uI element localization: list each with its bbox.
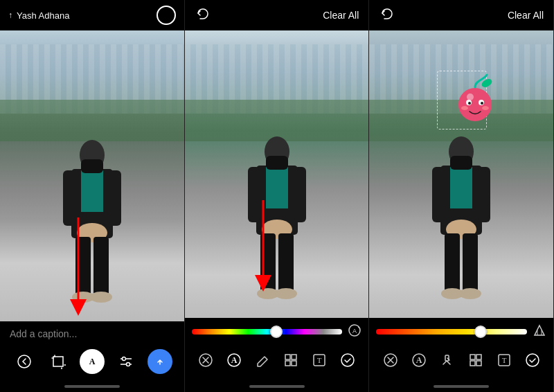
svg-rect-56 (450, 167, 472, 208)
text-button[interactable]: A (80, 349, 105, 374)
panel-3: Clear All (369, 0, 554, 392)
svg-rect-58 (478, 167, 490, 222)
panel1-top-bar: ↑ Yash Adhana (0, 0, 184, 30)
color-slider-row-3 (369, 318, 553, 344)
svg-rect-4 (109, 170, 121, 226)
svg-rect-57 (432, 167, 445, 222)
svg-rect-60 (450, 156, 472, 170)
close-button-3[interactable] (378, 348, 403, 373)
svg-rect-39 (292, 355, 296, 359)
panel-2: Clear All (185, 0, 370, 392)
svg-point-18 (122, 357, 125, 361)
panel2-top-bar: Clear All (185, 0, 369, 30)
eraser-button-2[interactable] (250, 348, 275, 373)
svg-text:A: A (231, 355, 238, 365)
red-arrow-2 (242, 200, 298, 297)
svg-rect-74 (476, 361, 481, 366)
svg-point-12 (18, 355, 30, 368)
caption-placeholder[interactable]: Add a caption... (10, 328, 77, 339)
svg-rect-73 (470, 361, 475, 366)
home-indicator-2 (249, 385, 305, 388)
profile-circle[interactable] (157, 6, 176, 25)
username-text: Yash Adhana (17, 10, 69, 21)
svg-text:T: T (501, 356, 506, 364)
close-button-2[interactable] (193, 348, 218, 373)
svg-point-51 (482, 106, 489, 110)
svg-rect-40 (285, 361, 290, 366)
upload-button[interactable] (148, 349, 172, 374)
svg-rect-38 (285, 355, 290, 359)
svg-rect-62 (463, 233, 478, 292)
home-indicator-3 (434, 385, 489, 388)
panel1-photo (0, 30, 184, 321)
panel3-photo (369, 30, 553, 318)
frames-button-2[interactable] (278, 348, 303, 373)
svg-rect-27 (266, 156, 288, 170)
panel2-toolbar: A T (185, 344, 369, 382)
confirm-button-2[interactable] (335, 348, 360, 373)
caption-area: Add a caption... (0, 321, 184, 344)
text-add-button-2[interactable]: T (307, 348, 332, 373)
svg-point-64 (459, 288, 481, 299)
svg-rect-6 (81, 159, 103, 173)
color-slider-2[interactable] (192, 329, 343, 335)
panel3-top-bar: Clear All (369, 0, 553, 30)
svg-point-77 (526, 354, 539, 366)
svg-point-44 (341, 354, 354, 366)
crop-button[interactable] (46, 349, 71, 374)
home-indicator-1 (64, 385, 120, 388)
confirm-button-3[interactable] (520, 348, 545, 373)
text-add-button-3[interactable]: T (492, 348, 517, 373)
text-style-button-3[interactable]: A (406, 348, 431, 373)
svg-point-48 (468, 102, 471, 105)
svg-rect-71 (470, 355, 475, 359)
pen-size-icon: A (348, 323, 361, 339)
color-slider-row-2: A (185, 318, 369, 344)
undo-button-3[interactable] (379, 6, 394, 25)
slider-thumb-2[interactable] (270, 326, 283, 338)
panel2-bottom: A A (185, 318, 369, 392)
frames-button-3[interactable] (463, 348, 488, 373)
svg-point-10 (90, 292, 112, 303)
clear-all-button-2[interactable]: Clear All (323, 10, 359, 21)
username: ↑ Yash Adhana (8, 10, 69, 21)
cherry-sticker[interactable] (451, 73, 499, 129)
panel3-bottom: A T (369, 318, 553, 392)
clear-all-button-3[interactable]: Clear All (508, 10, 544, 21)
person-figure (51, 127, 134, 308)
svg-point-50 (461, 106, 468, 110)
triangle-icon (533, 323, 546, 339)
back-button[interactable] (12, 349, 37, 374)
up-arrow-icon: ↑ (8, 10, 12, 20)
cherry-sticker-svg (451, 73, 499, 129)
panel3-toolbar: A T (369, 344, 553, 382)
svg-rect-2 (81, 170, 103, 212)
person-figure-3 (420, 124, 503, 304)
eraser-button-3[interactable] (435, 348, 460, 373)
adjust-button[interactable] (114, 349, 138, 374)
svg-text:T: T (317, 356, 322, 364)
panel1-bottom: Add a caption... A (0, 321, 184, 392)
svg-rect-13 (53, 357, 63, 366)
svg-rect-8 (93, 237, 109, 296)
svg-rect-7 (75, 237, 91, 296)
svg-rect-3 (63, 170, 75, 226)
svg-text:A: A (416, 355, 422, 365)
svg-point-49 (481, 102, 483, 105)
svg-text:A: A (352, 328, 357, 335)
svg-rect-72 (476, 355, 481, 359)
panel1-toolbar: A (0, 344, 184, 382)
svg-point-53 (467, 93, 474, 100)
text-style-button-2[interactable]: A (222, 348, 247, 373)
panel2-photo (185, 30, 369, 318)
svg-rect-61 (445, 233, 460, 292)
svg-rect-41 (292, 361, 296, 366)
panel-1: ↑ Yash Adhana (0, 0, 185, 392)
svg-text:A: A (89, 357, 95, 366)
undo-button-2[interactable] (195, 6, 210, 25)
color-slider-3[interactable] (376, 329, 527, 335)
slider-thumb-3[interactable] (474, 326, 487, 338)
svg-point-19 (126, 363, 129, 366)
svg-point-45 (458, 88, 492, 121)
